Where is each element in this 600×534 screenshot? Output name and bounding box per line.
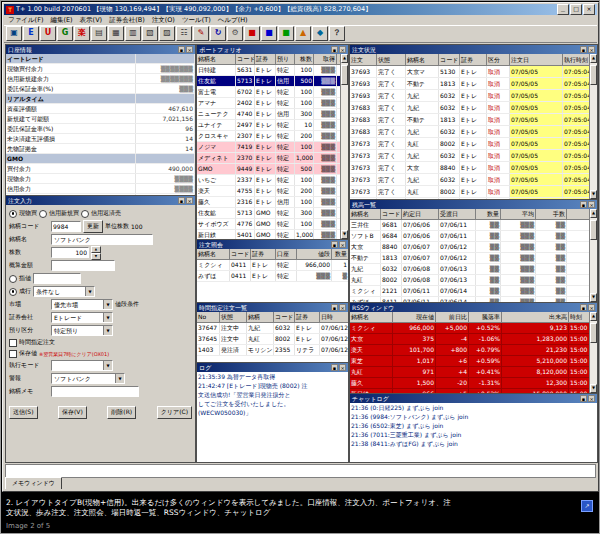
radio-margin-new-buy[interactable]: [39, 210, 47, 218]
pin-icon[interactable]: ▪: [331, 241, 338, 248]
pin-icon[interactable]: ▪: [331, 46, 338, 53]
log-line[interactable]: してご注文を受付いたしました。: [197, 399, 348, 408]
column-header[interactable]: 手数: [536, 209, 567, 219]
portfolio-row[interactable]: 住友鉱5713Eトレ信用500▒▒▒▒▒: [197, 76, 341, 87]
deposit-select[interactable]: 特定預り ▼: [51, 325, 113, 336]
column-header[interactable]: No: [197, 312, 220, 322]
column-header[interactable]: 取得: [314, 54, 337, 64]
order-row[interactable]: 37673完了く丸紅8002Eトレ取消07/05/0507:05:04: [350, 186, 590, 198]
rss-row[interactable]: 東芝1,017+6+0.59%5,210,00015:00: [350, 356, 590, 367]
delete-button[interactable]: 削除(R): [107, 406, 136, 419]
refresh-code-button[interactable]: 更新: [83, 220, 103, 233]
column-header[interactable]: 銘柄: [247, 312, 274, 322]
portfolio-window-button[interactable]: ▦: [108, 26, 124, 41]
dropdown-arrow-icon[interactable]: ▼: [103, 326, 112, 335]
close-icon[interactable]: ×: [588, 395, 595, 402]
clear-button[interactable]: クリア(C): [157, 406, 192, 419]
external-link-icon[interactable]: ↗: [581, 500, 593, 512]
close-icon[interactable]: ×: [588, 46, 595, 53]
broker-gmo-button[interactable]: G: [57, 26, 73, 41]
broker-rakuten-button[interactable]: 楽: [74, 26, 90, 41]
column-header[interactable]: 銘柄名: [350, 312, 393, 322]
account-row[interactable]: リアルタイム: [6, 94, 195, 104]
limit-price-input[interactable]: [33, 273, 81, 284]
column-header[interactable]: 銘柄名: [406, 54, 439, 65]
scroll-down-icon[interactable]: ▼: [590, 293, 597, 302]
condition-select[interactable]: 条件なし ▼: [33, 286, 95, 297]
red-indicator-button[interactable]: ■: [244, 26, 260, 41]
column-header[interactable]: コード: [381, 209, 402, 219]
column-header[interactable]: 銘柄名: [197, 54, 236, 64]
dropdown-arrow-icon[interactable]: ▼: [115, 374, 124, 383]
portfolio-row[interactable]: 住友鉱5713GMO特定300▒▒▒▒▒: [197, 208, 341, 219]
menu-help[interactable]: ヘルプ(H): [218, 16, 248, 25]
position-row[interactable]: ソフトB968407/06/0607/06/11▒▒▒▒▒▒▒▒▒▒: [350, 231, 590, 242]
column-header[interactable]: 区分: [487, 54, 510, 65]
qty-spinner-up-icon[interactable]: ▲: [91, 246, 101, 253]
close-icon[interactable]: ×: [588, 304, 595, 311]
column-header[interactable]: 証券: [251, 249, 276, 259]
log-line[interactable]: (WECW050030)」: [197, 408, 348, 417]
scroll-up-icon[interactable]: ▲: [590, 209, 597, 218]
scroll-thumb[interactable]: [590, 220, 597, 240]
account-row[interactable]: GMO: [6, 154, 195, 164]
rss-row[interactable]: 大京375-4-1.06%1,283,00015:00: [350, 334, 590, 345]
menu-broker[interactable]: 証券会社(B): [109, 16, 145, 25]
help-button[interactable]: ？: [329, 26, 345, 41]
account-row[interactable]: 未決済建玉評価損14: [6, 134, 195, 144]
rss-row[interactable]: 藤久1,500-20-1.31%12,30015:00: [350, 378, 590, 389]
timed-order-row[interactable]: 37645注文中丸紅8002Eトレ07/06/12: [197, 334, 348, 345]
column-header[interactable]: 数量: [476, 209, 501, 219]
column-header[interactable]: 約定日: [402, 209, 439, 219]
account-row[interactable]: 買付余力490,000: [6, 164, 195, 174]
memo-window-tab[interactable]: メモウィンドウ: [5, 477, 62, 489]
portfolio-row[interactable]: アマナ2402Eトレ特定100▒▒▒▒▒: [197, 98, 341, 109]
account-row[interactable]: 信用新規建余力▒▒▒▒▒▒▒: [6, 74, 195, 84]
column-header[interactable]: 株数: [295, 54, 314, 64]
close-icon[interactable]: ×: [339, 46, 346, 53]
menu-tools[interactable]: ツール(T): [182, 16, 211, 25]
account-row[interactable]: 現物買付余力▒▒▒▒▒▒▒: [6, 64, 195, 74]
execution-row[interactable]: ミクシィ0411Eトレ特定966,0001: [197, 260, 348, 271]
position-row[interactable]: 九紀603207/06/0807/06/13▒▒▒▒▒▒▒▒▒▒: [350, 264, 590, 275]
broker-u-button[interactable]: U: [40, 26, 56, 41]
column-header[interactable]: コード: [236, 54, 255, 64]
chat-line[interactable]: 21:36 (6502:東芝) まずぶら join: [350, 421, 597, 430]
memo-window-area[interactable]: [5, 464, 596, 478]
close-icon[interactable]: ×: [339, 364, 346, 371]
scroll-up-icon[interactable]: ▲: [590, 54, 597, 63]
dropdown-arrow-icon[interactable]: ▼: [85, 287, 94, 296]
executions-window-button[interactable]: ▧: [142, 26, 158, 41]
panel-title-chat-log[interactable]: チャットログ ▪×: [350, 394, 597, 403]
portfolio-row[interactable]: 新日鉄5401GMO特定1,000▒▒▒▒▒: [197, 230, 341, 239]
column-header[interactable]: 出来高: [502, 312, 569, 322]
radio-market-order[interactable]: [9, 288, 17, 296]
alert-select[interactable]: ソフトバンク ▼: [51, 373, 125, 384]
scroll-down-icon[interactable]: ▼: [590, 190, 597, 199]
scrollbar[interactable]: ▲▼: [340, 54, 348, 239]
blue-indicator-button[interactable]: ■: [261, 26, 277, 41]
column-header[interactable]: 受渡日: [439, 209, 476, 219]
position-row[interactable]: 丸紅800207/06/0807/06/13▒▒▒▒▒▒▒▒▒▒: [350, 275, 590, 286]
rss-row[interactable]: 楽天101,700+800+0.79%21,23015:00: [350, 345, 590, 356]
column-header[interactable]: 騰落率: [469, 312, 502, 322]
column-header[interactable]: 証券: [460, 54, 487, 65]
column-header[interactable]: 前日比: [436, 312, 469, 322]
menu-file[interactable]: ファイル(F): [8, 16, 43, 25]
pin-icon[interactable]: ▪: [331, 364, 338, 371]
log-line[interactable]: 21:35:39 為替データ再取得: [197, 372, 348, 381]
order-row[interactable]: 37693完了く不動テ1813Eトレ取消07/05/0507:05:04: [350, 78, 590, 90]
dropdown-arrow-icon[interactable]: ▼: [103, 300, 112, 309]
settings-button[interactable]: ⚙: [227, 26, 243, 41]
close-icon[interactable]: ×: [186, 197, 193, 204]
portfolio-row[interactable]: GMO9449Eトレ特定500▒▒▒▒▒: [197, 164, 341, 175]
column-header[interactable]: 執行時刻: [563, 54, 590, 65]
scroll-up-icon[interactable]: ▲: [341, 54, 348, 63]
panel-title-log[interactable]: ログ ▪×: [197, 363, 348, 372]
pin-icon[interactable]: ▪: [580, 304, 587, 311]
position-row[interactable]: 大京884007/06/0707/06/12▒▒▒▒▒▒▒▒▒▒: [350, 242, 590, 253]
rss-window-button[interactable]: ☷: [176, 26, 192, 41]
chat-line[interactable]: 21:36 (7011:三菱重工業) まずぶら join: [350, 430, 597, 439]
amount-input[interactable]: [51, 260, 115, 271]
portfolio-row[interactable]: ノジマ7419Eトレ特定100▒▒▒▒▒: [197, 142, 341, 153]
